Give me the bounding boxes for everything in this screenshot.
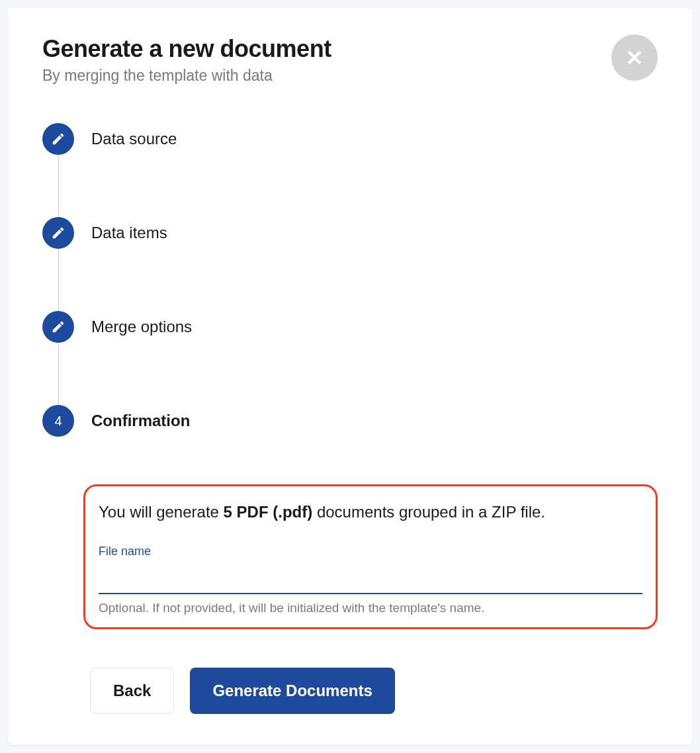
step-merge-options[interactable]: Merge options	[42, 311, 658, 343]
message-suffix: documents grouped in a ZIP file.	[312, 503, 545, 521]
close-icon	[625, 48, 644, 67]
step-label: Data source	[91, 130, 177, 148]
close-button[interactable]	[611, 34, 658, 81]
generate-document-dialog: Generate a new document By merging the t…	[8, 8, 692, 745]
step-label: Merge options	[91, 318, 192, 336]
step-number: 4	[54, 414, 62, 429]
message-prefix: You will generate	[99, 503, 224, 521]
filename-input[interactable]	[99, 561, 642, 594]
filename-helper: Optional. If not provided, it will be in…	[99, 601, 642, 615]
step-circle: 4	[42, 405, 74, 437]
button-row: Back Generate Documents	[90, 668, 658, 714]
edit-icon	[51, 132, 66, 146]
step-circle	[42, 311, 74, 343]
dialog-subtitle: By merging the template with data	[42, 67, 331, 85]
message-bold: 5 PDF (.pdf)	[224, 503, 313, 521]
step-connector	[58, 155, 59, 217]
dialog-header: Generate a new document By merging the t…	[42, 34, 658, 85]
step-connector	[58, 343, 59, 405]
dialog-title: Generate a new document	[42, 34, 331, 63]
step-circle	[42, 123, 74, 155]
filename-label: File name	[99, 545, 642, 558]
confirmation-message: You will generate 5 PDF (.pdf) documents…	[99, 501, 642, 523]
header-text-block: Generate a new document By merging the t…	[42, 34, 331, 85]
back-button[interactable]: Back	[90, 668, 174, 714]
step-label: Data items	[91, 224, 167, 242]
edit-icon	[51, 320, 66, 334]
step-confirmation: 4 Confirmation	[42, 405, 658, 437]
generate-documents-button[interactable]: Generate Documents	[190, 668, 394, 714]
step-data-source[interactable]: Data source	[42, 123, 658, 155]
step-connector	[58, 249, 59, 311]
confirmation-box: You will generate 5 PDF (.pdf) documents…	[83, 484, 658, 629]
step-circle	[42, 217, 74, 249]
edit-icon	[51, 226, 66, 240]
step-data-items[interactable]: Data items	[42, 217, 658, 249]
step-label: Confirmation	[91, 412, 190, 430]
stepper: Data source Data items Merge options 4	[42, 123, 658, 437]
